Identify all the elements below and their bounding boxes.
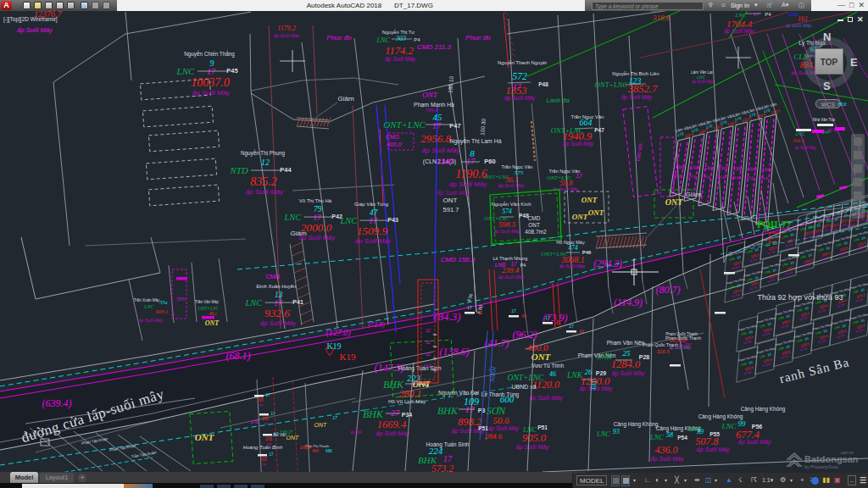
svg-text:Trần Văn Mây: Trần Văn Mây xyxy=(195,300,220,304)
svg-text:27: 27 xyxy=(391,408,400,418)
svg-text:572: 572 xyxy=(512,71,527,81)
svg-text:Phạm Quốc Thạnh: Phạm Quốc Thạnh xyxy=(665,332,698,336)
svg-text:LNC: LNC xyxy=(596,430,610,438)
svg-text:1302: 1302 xyxy=(718,165,728,171)
svg-text:574: 574 xyxy=(502,208,512,215)
svg-text:LNC: LNC xyxy=(376,36,390,44)
svg-text:LNC: LNC xyxy=(734,12,747,19)
svg-text:17: 17 xyxy=(432,121,442,130)
svg-text:P47: P47 xyxy=(449,122,460,130)
svg-text:12: 12 xyxy=(426,328,431,333)
svg-text:17: 17 xyxy=(466,157,476,166)
svg-text:ấp Suối Mây: ấp Suối Mây xyxy=(376,430,409,437)
svg-text:ấp Suối Mây: ấp Suối Mây xyxy=(530,395,563,402)
svg-text:LNC: LNC xyxy=(649,433,664,441)
svg-text:Giáp Văn Tùng: Giáp Văn Tùng xyxy=(354,202,388,207)
svg-text:93: 93 xyxy=(613,428,620,435)
svg-text:ONT: ONT xyxy=(422,91,438,99)
svg-text:13: 13 xyxy=(275,291,283,299)
svg-text:ấp Suối Mây: ấp Suối Mây xyxy=(17,26,53,34)
svg-text:99: 99 xyxy=(738,419,747,428)
svg-text:408.7m2: 408.7m2 xyxy=(525,229,547,235)
svg-text:25: 25 xyxy=(623,349,632,358)
svg-text:2956.8: 2956.8 xyxy=(420,132,451,145)
svg-text:Nguyễn Thị Phụng: Nguyễn Thị Phụng xyxy=(241,149,286,157)
svg-text:LNC: LNC xyxy=(721,422,737,430)
svg-text:ONT: ONT xyxy=(665,197,683,207)
svg-text:ấp Suối Mây: ấp Suối Mây xyxy=(553,186,580,191)
svg-text:P44: P44 xyxy=(280,166,292,174)
svg-text:UBND xã: UBND xã xyxy=(511,384,536,390)
svg-text:17: 17 xyxy=(545,315,550,320)
svg-text:ấp Suối Mây: ấp Suối Mây xyxy=(669,345,691,350)
svg-text:P45: P45 xyxy=(226,67,237,75)
svg-text:40: 40 xyxy=(477,310,482,315)
svg-text:17: 17 xyxy=(511,308,516,313)
svg-text:(127.0): (127.0) xyxy=(326,328,351,338)
svg-text:ấp Suối Mây: ấp Suối Mây xyxy=(488,425,520,432)
svg-text:ấp: ấp xyxy=(433,344,437,348)
svg-text:ONT+LNC: ONT+LNC xyxy=(595,80,628,89)
svg-text:1302: 1302 xyxy=(732,165,743,171)
svg-text:600: 600 xyxy=(500,394,515,404)
svg-text:48.1: 48.1 xyxy=(209,311,217,316)
svg-text:316.5: 316.5 xyxy=(656,349,670,354)
svg-text:17: 17 xyxy=(569,324,574,329)
svg-text:58: 58 xyxy=(666,431,673,439)
svg-text:P51: P51 xyxy=(478,425,488,431)
svg-text:ấp Suối Mây: ấp Suối Mây xyxy=(738,439,771,446)
svg-text:905.0: 905.0 xyxy=(522,432,547,444)
svg-text:ONT: ONT xyxy=(531,352,552,362)
svg-text:ấp Suối Mây: ấp Suối Mây xyxy=(498,183,526,188)
svg-text:1179.2: 1179.2 xyxy=(277,25,295,32)
svg-text:40: 40 xyxy=(579,329,584,334)
svg-text:ấp Suối Mây: ấp Suối Mây xyxy=(504,95,536,102)
svg-text:LNC: LNC xyxy=(284,213,303,222)
svg-text:LNC: LNC xyxy=(340,216,359,225)
svg-text:Nhà Văn Trại: Nhà Văn Trại xyxy=(813,118,835,122)
svg-text:Nguyễn Thanh Nguyệt: Nguyễn Thanh Nguyệt xyxy=(498,60,547,65)
svg-text:P4: P4 xyxy=(765,12,771,17)
svg-text:Cảng Hàng Không: Cảng Hàng Không xyxy=(741,406,786,413)
svg-text:ấp: ấp xyxy=(259,402,264,407)
svg-text:ấp SM: ấp SM xyxy=(350,430,361,435)
svg-text:603.1: 603.1 xyxy=(156,308,169,314)
svg-text:Nguyễn Văn Kính: Nguyễn Văn Kính xyxy=(491,202,531,207)
svg-text:17: 17 xyxy=(270,412,275,416)
svg-text:LNC: LNC xyxy=(143,304,154,309)
svg-text:686: 686 xyxy=(326,449,332,453)
svg-text:12: 12 xyxy=(426,340,431,345)
svg-text:ấp Suối Mây: ấp Suối Mây xyxy=(139,318,163,323)
svg-text:CMD: CMD xyxy=(386,134,399,140)
svg-text:P34: P34 xyxy=(402,412,413,418)
svg-text:ấp Suối Mây: ấp Suối Mây xyxy=(621,94,653,101)
svg-text:P41: P41 xyxy=(292,299,303,306)
svg-text:1302: 1302 xyxy=(761,166,771,172)
svg-text:1174.2: 1174.2 xyxy=(385,45,413,57)
svg-text:P60: P60 xyxy=(484,158,495,165)
svg-text:Lành đa: Lành đa xyxy=(546,97,569,104)
svg-text:835.2: 835.2 xyxy=(250,175,277,188)
svg-text:Hoàng Tuấn Bình: Hoàng Tuấn Bình xyxy=(243,445,283,450)
svg-text:ấp Suối Mây: ấp Suối Mây xyxy=(651,456,684,463)
svg-text:2000.0: 2000.0 xyxy=(301,221,332,234)
svg-text:ấp Suối Mây: ấp Suối Mây xyxy=(449,180,487,188)
svg-text:Trần Xuân Mây: Trần Xuân Mây xyxy=(134,298,160,302)
svg-text:Phạm Mạnh Hà: Phạm Mạnh Hà xyxy=(414,102,454,108)
svg-text:ấp Suối Mây: ấp Suối Mây xyxy=(299,234,336,241)
svg-text:50.6: 50.6 xyxy=(492,415,509,425)
svg-text:(639.4): (639.4) xyxy=(42,397,72,409)
svg-text:ấp Suối Mây: ấp Suối Mây xyxy=(246,188,284,196)
svg-text:ONT+LNC: ONT+LNC xyxy=(383,119,426,130)
svg-text:ONT: ONT xyxy=(581,196,598,204)
svg-text:K19: K19 xyxy=(340,352,356,362)
svg-text:(294.3): (294.3) xyxy=(593,258,622,269)
svg-text:ONT: ONT xyxy=(443,197,458,204)
svg-text:LNC: LNC xyxy=(176,66,195,76)
svg-text:176: 176 xyxy=(251,419,259,424)
svg-text:17: 17 xyxy=(754,11,760,18)
svg-text:ấp Suối Mây: ấp Suối Mây xyxy=(437,190,470,197)
svg-text:ấp: ấp xyxy=(263,462,267,466)
svg-text:17: 17 xyxy=(265,393,270,397)
svg-text:LNC: LNC xyxy=(245,298,264,308)
